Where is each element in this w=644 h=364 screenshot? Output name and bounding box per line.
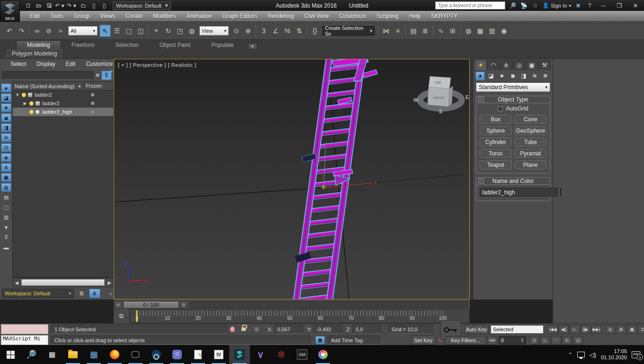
favorites-icon[interactable]: ☆ bbox=[531, 2, 539, 9]
mirror-icon[interactable]: ⋈ bbox=[380, 25, 392, 37]
explorer-menu-select[interactable]: Select bbox=[6, 61, 31, 67]
selection-lock-icon[interactable] bbox=[241, 327, 246, 331]
display-space-warps-icon[interactable]: ≋ bbox=[1, 133, 11, 142]
menu-animation[interactable]: Animation bbox=[181, 11, 217, 21]
frozen-snowflake-icon[interactable]: ❄ bbox=[84, 92, 113, 98]
cat-space-warps[interactable]: ≋ bbox=[530, 72, 539, 81]
list-view-icon[interactable]: ▤ bbox=[1, 193, 11, 202]
time-slider[interactable]: 0 / 100 bbox=[123, 301, 179, 309]
overflow-chevron-icon[interactable]: » bbox=[110, 68, 113, 73]
rectangular-selection-region-icon[interactable]: ▢ bbox=[123, 25, 134, 37]
collapse-icon[interactable]: − bbox=[478, 178, 484, 183]
next-frame-arrow[interactable]: > bbox=[180, 301, 188, 309]
redo-icon[interactable]: ↷ ▾ bbox=[65, 1, 78, 10]
minimize-button[interactable]: ─ bbox=[597, 1, 610, 10]
application-menu-button[interactable]: MAX bbox=[0, 0, 20, 22]
horizontal-scrollbar[interactable]: ◀ ▶ bbox=[12, 278, 114, 287]
cat-cameras[interactable]: ◙ bbox=[508, 72, 518, 81]
bind-to-space-warp-icon[interactable]: ≈ bbox=[55, 25, 66, 37]
time-configuration-icon[interactable]: ◷ bbox=[529, 336, 539, 345]
render-production-icon[interactable]: ◉ bbox=[498, 25, 510, 37]
selection-set-dropdown[interactable]: Selected bbox=[491, 325, 544, 334]
walkthrough-icon[interactable]: ⁖ bbox=[551, 336, 561, 345]
display-cameras-icon[interactable]: ◙ bbox=[1, 113, 11, 122]
current-frame-field[interactable]: 0 ▲▼ bbox=[499, 336, 526, 345]
primitive-button-teapot[interactable]: Teapot bbox=[480, 160, 512, 169]
table-row[interactable]: ▶ladder2❄ bbox=[13, 99, 113, 108]
frozen-snowflake-icon[interactable]: ❄ bbox=[84, 100, 113, 107]
compact-view-icon[interactable]: ▥ bbox=[1, 213, 11, 222]
time-slider-track[interactable] bbox=[189, 301, 468, 308]
taskbar-search-button[interactable]: 🔎 bbox=[21, 345, 42, 364]
menu-scripting[interactable]: Scripting bbox=[371, 11, 404, 21]
object-name-input[interactable] bbox=[480, 188, 558, 197]
isolate-selection-icon[interactable] bbox=[230, 327, 235, 332]
help-search-input[interactable] bbox=[435, 1, 505, 9]
select-and-scale-icon[interactable]: ◳ bbox=[174, 25, 186, 37]
select-object-icon[interactable]: ⇖ bbox=[99, 25, 111, 37]
viewport-label[interactable]: [ + ] [ Perspective ] [ Realistic ] bbox=[118, 62, 197, 68]
volume-icon[interactable]: ◁) bbox=[590, 351, 596, 358]
isolate-selection-toggle-icon[interactable]: ▣ bbox=[315, 336, 325, 345]
project-folder-icon[interactable]: 🗀 bbox=[79, 1, 88, 10]
menu-skrypty[interactable]: SKRYPTY bbox=[426, 11, 463, 21]
ribbon-tab-populate[interactable]: Populate bbox=[201, 41, 244, 49]
previous-frame-icon[interactable]: ◀|| bbox=[559, 325, 569, 334]
cat-systems[interactable]: ❄ bbox=[541, 72, 550, 81]
redo-icon[interactable]: ↷ bbox=[16, 25, 27, 37]
detail-view-icon[interactable]: ▢ bbox=[1, 203, 11, 212]
ribbon-tab-modeling[interactable]: Modeling bbox=[16, 40, 61, 49]
menu-views[interactable]: Views bbox=[95, 11, 120, 21]
primitive-button-torus[interactable]: Torus bbox=[480, 149, 512, 158]
z-coordinate-field[interactable]: 0,0 bbox=[352, 325, 382, 334]
viewcube-front-face[interactable]: FRONT bbox=[433, 96, 445, 100]
display-geometry-icon[interactable]: ● bbox=[1, 83, 11, 92]
tab-motion[interactable]: ◎ bbox=[513, 60, 525, 70]
new-file-icon[interactable]: 🗋 bbox=[24, 1, 33, 10]
display-xrefs-icon[interactable]: ◈ bbox=[1, 153, 11, 162]
red-app-button[interactable]: ❊ bbox=[271, 345, 292, 364]
column-header-name[interactable]: Name (Sorted Ascending)▲ bbox=[13, 82, 84, 90]
primitive-button-cone[interactable]: Cone bbox=[515, 115, 547, 124]
frame-spinner[interactable]: ▲▼ bbox=[521, 338, 524, 343]
tab-display[interactable]: ▣ bbox=[526, 60, 538, 70]
named-selection-sets-dropdown[interactable]: Create Selection Se▾ bbox=[322, 26, 375, 36]
scene-explorer-search-input[interactable] bbox=[2, 71, 94, 80]
absolute-mode-icon[interactable]: ⊹ bbox=[252, 326, 261, 333]
cat-lights[interactable]: ★ bbox=[497, 72, 507, 81]
undo-icon[interactable]: ↶ bbox=[4, 25, 15, 37]
rendered-frame-window-icon[interactable]: ▥ bbox=[486, 25, 498, 37]
tab-utilities[interactable]: ⚒ bbox=[538, 60, 551, 70]
snaps-toggle-3d-icon[interactable]: 3 bbox=[258, 25, 269, 37]
goto-end-icon[interactable]: ▶▶| bbox=[591, 325, 601, 334]
panel-splitter[interactable] bbox=[470, 59, 474, 300]
curve-editor-icon[interactable]: ∿ bbox=[435, 25, 447, 37]
menu-civil-view[interactable]: Civil View bbox=[299, 11, 334, 21]
sign-in-button[interactable]: 👤 Sign In ▾ bbox=[542, 2, 571, 9]
track-bar[interactable]: 0102030405060708090100 bbox=[130, 309, 470, 323]
select-and-move-icon[interactable]: ⌖ bbox=[151, 25, 162, 37]
schematic-view-icon[interactable]: ⊞ bbox=[447, 25, 458, 37]
cat-helpers[interactable]: ◨ bbox=[519, 72, 528, 81]
select-by-name-icon[interactable]: ☰ bbox=[111, 25, 123, 37]
file-explorer-button[interactable] bbox=[63, 345, 83, 364]
frozen-snowflake-icon[interactable]: ❄ bbox=[84, 109, 113, 115]
display-helpers-icon[interactable]: ◨ bbox=[1, 123, 11, 132]
scene-explorer-toggle-icon[interactable]: ⋔ bbox=[89, 289, 100, 298]
column-header-frozen[interactable]: Frozen bbox=[84, 82, 113, 90]
render-setup-icon[interactable]: ▦ bbox=[474, 25, 486, 37]
sm-app-button[interactable]: SM bbox=[292, 345, 313, 364]
select-and-place-icon[interactable]: ◍ bbox=[186, 25, 197, 37]
next-frame-icon[interactable]: ||▶ bbox=[581, 325, 590, 334]
set-key-button[interactable]: Set Key bbox=[411, 336, 436, 345]
object-type-rollout-header[interactable]: − Object Type bbox=[476, 96, 550, 103]
display-containers-icon[interactable]: ▣ bbox=[1, 173, 11, 182]
discord-button[interactable] bbox=[167, 345, 188, 364]
taskbar-clock[interactable]: 17:0501.10.2020 bbox=[601, 348, 627, 361]
tab-hierarchy[interactable]: ⋔ bbox=[500, 60, 512, 70]
layout-icon-1[interactable]: ▯ bbox=[89, 1, 98, 10]
display-shapes-icon[interactable]: ◪ bbox=[1, 93, 11, 102]
layout-icon-2[interactable]: ▯ bbox=[99, 1, 109, 10]
firefox-button[interactable] bbox=[104, 345, 125, 364]
close-button[interactable]: ✕ bbox=[629, 1, 642, 10]
